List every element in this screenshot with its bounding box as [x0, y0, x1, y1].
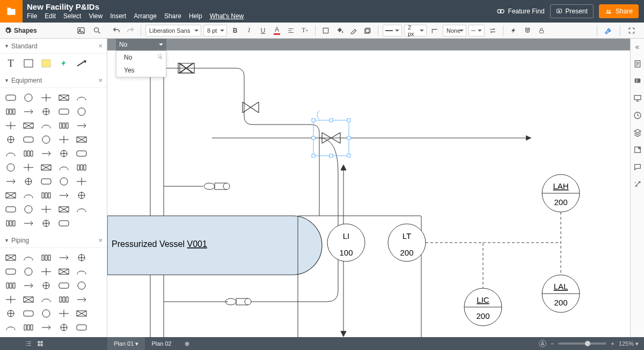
menu-edit[interactable]: Edit [45, 12, 56, 20]
equipment-shape[interactable] [75, 190, 88, 201]
equipment-shape[interactable] [40, 134, 53, 145]
equipment-shape[interactable] [57, 204, 70, 215]
menu-share[interactable]: Share [164, 12, 181, 20]
underline-button[interactable]: U [257, 25, 269, 37]
instrument-lic[interactable]: LIC 200 [464, 288, 502, 326]
line-shape-button[interactable] [429, 25, 441, 37]
zoom-level[interactable]: 125% ▾ [619, 340, 639, 347]
dropdown-option-no[interactable]: No ☟ [116, 51, 166, 64]
equipment-shape[interactable] [4, 218, 17, 229]
shape-bolt[interactable] [57, 58, 70, 69]
data-panel-icon[interactable] [633, 145, 642, 155]
menu-file[interactable]: File [27, 12, 37, 20]
equipment-shape[interactable] [4, 162, 17, 173]
piping-shape[interactable] [75, 322, 88, 333]
sync-icon[interactable]: A [539, 340, 546, 347]
outline-view-icon[interactable] [23, 338, 34, 349]
effects-button[interactable] [362, 25, 374, 37]
equipment-shape[interactable] [22, 148, 35, 159]
instrument-lal[interactable]: LAL 200 [542, 275, 580, 312]
equipment-shape[interactable] [40, 106, 53, 117]
arrow-end-select[interactable] [469, 25, 485, 37]
piping-shape[interactable] [75, 266, 88, 277]
equipment-shape[interactable] [4, 92, 17, 103]
equipment-shape[interactable] [40, 176, 53, 187]
equipment-shape[interactable] [4, 148, 17, 159]
grid-view-icon[interactable] [34, 338, 46, 349]
menu-arrange[interactable]: Arrange [134, 12, 157, 20]
equipment-shape[interactable] [75, 176, 88, 187]
shape-arrow[interactable] [75, 58, 88, 69]
piping-shape[interactable] [22, 266, 35, 277]
equipment-shape[interactable] [4, 134, 17, 145]
equipment-shape[interactable] [57, 106, 70, 117]
text-color-button[interactable]: A [271, 25, 283, 37]
piping-shape[interactable] [4, 322, 17, 333]
equipment-shape[interactable] [4, 176, 17, 187]
close-icon[interactable]: × [98, 76, 103, 84]
equipment-shape[interactable] [57, 120, 70, 131]
piping-shape[interactable] [57, 280, 70, 291]
equipment-shape[interactable] [4, 120, 17, 131]
menu-select[interactable]: Select [63, 12, 81, 20]
equipment-shape[interactable] [4, 190, 17, 201]
shape-fill-button[interactable] [320, 25, 332, 37]
equipment-shape[interactable] [4, 204, 17, 215]
piping-shape[interactable] [57, 252, 70, 263]
equipment-shape[interactable] [22, 106, 35, 117]
bold-button[interactable]: B [229, 25, 241, 37]
menu-view[interactable]: View [89, 12, 103, 20]
equipment-shape[interactable] [22, 134, 35, 145]
piping-shape[interactable] [4, 308, 17, 319]
instrument-lah[interactable]: LAH 200 [542, 174, 580, 212]
property-dropdown[interactable]: No No ☟ Yes [116, 39, 166, 77]
equipment-shape[interactable] [40, 148, 53, 159]
section-equipment[interactable]: ▼Equipment× [0, 73, 107, 88]
section-standard[interactable]: ▼Standard× [0, 39, 107, 54]
feature-find[interactable]: Feature Find [496, 7, 545, 16]
chat-icon[interactable] [633, 162, 642, 172]
diagram-svg[interactable]: Pressurized Vessel V001 [107, 39, 630, 337]
zoom-in-button[interactable]: + [611, 340, 614, 347]
piping-shape[interactable] [57, 308, 70, 319]
piping-shape[interactable] [57, 294, 70, 305]
equipment-shape[interactable] [57, 134, 70, 145]
italic-button[interactable]: I [243, 25, 255, 37]
equipment-shape[interactable] [75, 204, 88, 215]
piping-shape[interactable] [75, 308, 88, 319]
add-page-button[interactable]: ⊕ [178, 337, 196, 350]
align-button[interactable] [285, 25, 297, 37]
equipment-shape[interactable] [57, 92, 70, 103]
property-dropdown-selected[interactable]: No [116, 39, 166, 50]
lock-icon[interactable] [536, 25, 547, 37]
piping-shape[interactable] [22, 308, 35, 319]
piping-shape[interactable] [4, 252, 17, 263]
equipment-shape[interactable] [40, 204, 53, 215]
piping-shape[interactable] [75, 252, 88, 263]
equipment-shape[interactable] [22, 190, 35, 201]
fullscreen-icon[interactable] [626, 25, 638, 37]
magic-icon[interactable] [633, 179, 642, 189]
equipment-shape[interactable] [57, 190, 70, 201]
shape-text[interactable]: T [4, 58, 17, 69]
piping-shape[interactable] [22, 322, 35, 333]
equipment-shape[interactable] [57, 148, 70, 159]
history-icon[interactable] [633, 111, 642, 120]
equipment-shape[interactable] [75, 120, 88, 131]
clear-format-button[interactable]: T× [299, 25, 311, 37]
doc-panel-icon[interactable] [633, 59, 642, 69]
piping-shape[interactable] [40, 266, 53, 277]
magnet-icon[interactable] [522, 25, 533, 37]
redo-button[interactable] [125, 25, 136, 37]
tab-plan-02[interactable]: Plan 02 [145, 337, 178, 350]
fill-color-button[interactable] [334, 25, 346, 37]
menu-whats-new[interactable]: What's New [210, 12, 244, 20]
layers-icon[interactable] [633, 128, 642, 137]
equipment-shape[interactable] [75, 134, 88, 145]
equipment-shape[interactable] [75, 92, 88, 103]
equipment-shape[interactable] [22, 162, 35, 173]
line-width-select[interactable]: 2 px [404, 25, 427, 37]
piping-shape[interactable] [40, 294, 53, 305]
valve-2[interactable] [243, 102, 259, 113]
shape-note[interactable] [40, 58, 53, 69]
